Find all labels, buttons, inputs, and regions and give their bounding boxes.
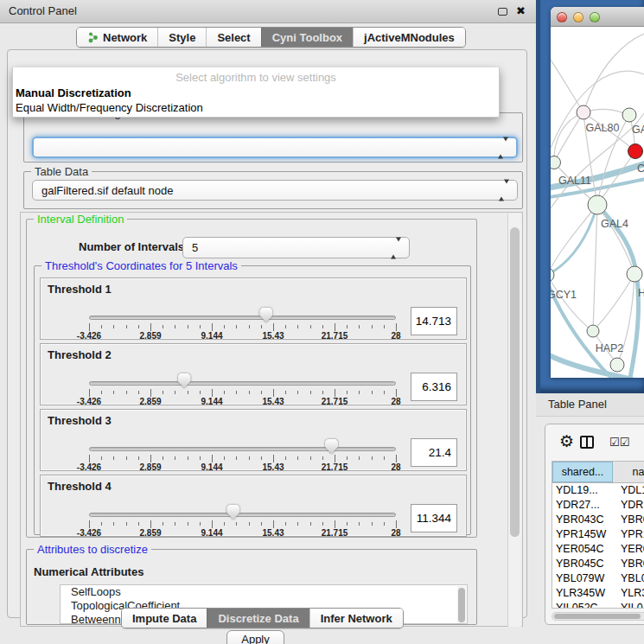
combo-arrows-icon <box>499 184 509 197</box>
column-header[interactable]: na <box>613 462 644 482</box>
tab-discretize-data[interactable]: Discretize Data <box>207 609 309 628</box>
tab-label: Select <box>217 31 250 44</box>
table-row[interactable]: YER054CYER0 <box>552 542 644 557</box>
tab-impute-data[interactable]: Impute Data <box>122 609 207 628</box>
tab-label: Infer Network <box>321 612 392 625</box>
number-of-intervals-label: Number of Intervals <box>79 240 184 253</box>
threshold-value-input[interactable] <box>411 504 457 532</box>
node-label: GAL80 <box>586 122 620 134</box>
minimize-traffic-light-icon[interactable] <box>573 12 583 22</box>
table-row[interactable]: YIL052CYIL0 <box>552 601 644 609</box>
slider-thumb[interactable] <box>259 308 272 322</box>
tab-select[interactable]: Select <box>206 28 260 47</box>
table-panel-title: Table Panel <box>548 393 607 416</box>
table-row[interactable]: YBL079WYBL0 <box>552 571 644 586</box>
horizontal-scrollbar[interactable] <box>552 612 644 621</box>
cell-shared-name: YPR145W <box>552 527 613 542</box>
slider-track[interactable] <box>89 513 396 517</box>
cell-shared-name: YBL079W <box>552 571 613 586</box>
tab-cyni-toolbox[interactable]: Cyni Toolbox <box>261 28 353 47</box>
column-header[interactable]: shared... <box>552 462 613 482</box>
attributes-scrollbar[interactable] <box>457 586 466 624</box>
table-row[interactable]: YDL19...YDL1 <box>552 483 644 498</box>
float-window-icon[interactable] <box>498 8 507 16</box>
slider-track[interactable] <box>89 316 396 320</box>
tab-infer-network[interactable]: Infer Network <box>309 609 403 628</box>
numerical-attributes-heading: Numerical Attributes <box>34 565 143 578</box>
tab-network[interactable]: Network <box>77 28 157 47</box>
slider-tick-labels: -3.4262.8599.14415.4321.71528 <box>89 331 396 341</box>
bottom-tab-bar: Impute DataDiscretize DataInfer Network <box>121 608 404 628</box>
app-root: Control Panel ✖ NetworkStyleSelectCyni T… <box>0 0 644 644</box>
network-node-h[interactable] <box>627 266 642 282</box>
table-panel-inner: ⚙ ☑☑ shared...na YDL19...YDL1YDR27...YDR… <box>545 424 644 625</box>
cyni-toolbox-panel: Discretization Algorithm Table Data galF… <box>7 49 527 618</box>
table-data-title: Table Data <box>31 165 92 178</box>
table-row[interactable]: YPR145WYPR1 <box>552 527 644 542</box>
network-canvas[interactable]: GAL80GACGAL11GAL4GCY1HHAP2 <box>551 27 644 378</box>
cell-name: YBL0 <box>613 571 644 586</box>
cell-name: YBR0 <box>613 557 644 571</box>
algorithm-option-equal-width[interactable]: Equal Width/Frequency Discretization <box>16 101 203 114</box>
algorithm-option-manual[interactable]: Manual Discretization <box>16 86 131 99</box>
checkbox-select-icons[interactable]: ☑☑ <box>609 436 629 449</box>
table-panel: ⚙ ☑☑ shared...na YDL19...YDL1YDR27...YDR… <box>536 417 644 644</box>
tab-jactivemnodules[interactable]: jActiveMNodules <box>353 28 465 47</box>
cell-shared-name: YLR345W <box>552 586 613 601</box>
apply-button[interactable]: Apply <box>226 630 284 644</box>
algorithm-dropdown-popup: Select algorithm to view settings Manual… <box>12 67 500 118</box>
slider-thumb[interactable] <box>226 505 239 520</box>
threshold-label: Threshold 3 <box>48 414 112 427</box>
vertical-scrollbar-thumb[interactable] <box>510 227 520 537</box>
node-attribute-table[interactable]: shared...na YDL19...YDL1YDR27...YDR2YBR0… <box>552 461 644 609</box>
node-label: HAP2 <box>596 342 624 354</box>
slider-thumb[interactable] <box>325 439 338 454</box>
attribute-list-item[interactable]: SelfLoops <box>61 585 467 599</box>
network-node-gal4[interactable] <box>588 195 607 214</box>
slider-tick-labels: -3.4262.8599.14415.4321.71528 <box>89 397 396 407</box>
table-row[interactable]: YBR045CYBR0 <box>552 557 644 571</box>
tab-label: Style <box>169 31 195 44</box>
top-tab-bar: NetworkStyleSelectCyni ToolboxjActiveMNo… <box>76 27 466 48</box>
threshold-value-input[interactable] <box>411 307 457 335</box>
network-node-ga[interactable] <box>622 108 636 122</box>
horizontal-scrollbar-thumb[interactable] <box>554 614 641 619</box>
number-of-intervals-combo[interactable]: 5 <box>182 237 410 258</box>
table-row[interactable]: YDR27...YDR2 <box>552 498 644 513</box>
close-icon[interactable]: ✖ <box>516 4 526 17</box>
table-header-row: shared...na <box>552 462 644 483</box>
table-panel-titlebar[interactable]: Table Panel <box>536 393 644 417</box>
zoom-traffic-light-icon[interactable] <box>590 12 600 22</box>
network-nodes[interactable]: GAL80GACGAL11GAL4GCY1HHAP2 <box>551 105 644 372</box>
network-window-titlebar[interactable] <box>551 7 644 27</box>
network-node[interactable] <box>610 358 624 372</box>
tab-label: Discretize Data <box>218 612 298 625</box>
slider-thumb[interactable] <box>178 373 191 388</box>
slider-track[interactable] <box>89 447 396 451</box>
node-label: C <box>637 163 644 175</box>
tab-style[interactable]: Style <box>157 28 206 47</box>
network-node-hap2[interactable] <box>587 325 599 337</box>
attributes-group-title: Attributes to discretize <box>34 543 151 556</box>
cell-name: YDL1 <box>613 483 644 498</box>
network-node-gal11[interactable] <box>551 156 561 169</box>
table-row[interactable]: YLR345WYLR3 <box>552 586 644 601</box>
threshold-value-input[interactable] <box>411 438 457 467</box>
control-panel-titlebar[interactable]: Control Panel ✖ <box>0 0 536 23</box>
interval-definition-group: Interval Definition Number of Intervals … <box>26 219 477 538</box>
vertical-scrollbar[interactable] <box>507 214 521 627</box>
algorithm-combo[interactable] <box>32 137 518 158</box>
slider-track[interactable] <box>89 381 396 386</box>
split-columns-icon[interactable] <box>580 436 594 449</box>
close-traffic-light-icon[interactable] <box>557 12 567 22</box>
network-node-gal80[interactable] <box>577 105 590 119</box>
threshold-box-3: Threshold 3-3.4262.8599.14415.4321.71528 <box>40 409 467 471</box>
slider-tick-labels: -3.4262.8599.14415.4321.71528 <box>89 462 396 473</box>
cell-shared-name: YDR27... <box>552 498 613 513</box>
network-node-c[interactable] <box>628 144 643 159</box>
gear-icon[interactable]: ⚙ <box>559 431 574 451</box>
thresholds-group-title: Threshold's Coordinates for 5 Intervals <box>41 259 241 272</box>
table-row[interactable]: YBR043CYBR0 <box>552 513 644 527</box>
table-data-combo[interactable]: galFiltered.sif default node <box>32 180 518 201</box>
threshold-value-input[interactable] <box>411 373 457 401</box>
